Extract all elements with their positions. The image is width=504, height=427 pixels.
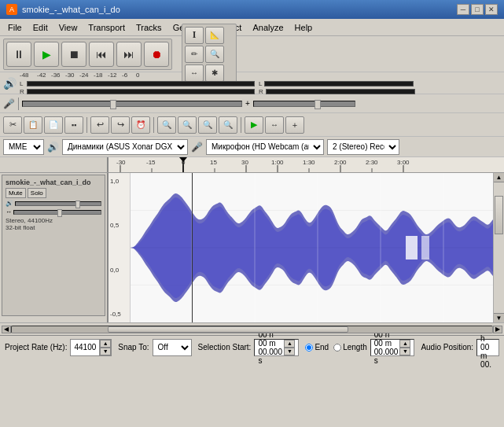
undo-button[interactable]: ↩ <box>90 116 109 134</box>
project-rate-input[interactable]: 44100 ▲ ▼ <box>70 339 112 356</box>
paste-button[interactable]: 📄 <box>44 116 63 134</box>
project-rate-spinner[interactable]: ▲ ▼ <box>99 340 111 355</box>
pause-button[interactable]: ⏸ <box>6 42 31 67</box>
redo-button[interactable]: ↪ <box>111 116 130 134</box>
waveform-container[interactable]: 1,0 0,5 0,0 -0,5 <box>109 173 504 322</box>
zoom-fit-button[interactable]: 🔍 <box>219 116 237 134</box>
v-scrollbar[interactable]: ▲ ▼ <box>493 173 504 322</box>
separator-edit3 <box>241 117 241 133</box>
r-meter-right <box>264 81 414 87</box>
channel-select[interactable]: 2 (Stereo) Record <box>327 139 399 155</box>
pan-slider[interactable] <box>13 210 101 215</box>
sel-start-down[interactable]: ▼ <box>284 348 295 355</box>
separator1 <box>18 98 19 110</box>
svg-text:1:00: 1:00 <box>271 159 284 166</box>
draw-silence-button[interactable]: + <box>285 116 304 134</box>
zoom-sel-button[interactable]: 🔍 <box>198 116 217 134</box>
svg-text:15: 15 <box>210 159 217 166</box>
snap-to-select[interactable]: Off <box>153 339 192 356</box>
zoom-out-button[interactable]: 🔍 <box>178 116 197 134</box>
fastforward-button[interactable]: ⏭ <box>116 42 142 67</box>
l-meter <box>27 81 255 87</box>
copy-button[interactable]: 📋 <box>24 116 42 134</box>
solo-button[interactable]: Solo <box>28 188 46 198</box>
draw-tool[interactable]: ✏ <box>185 46 204 63</box>
end-value[interactable]: 00 h 00 m 00.000 s ▲ ▼ <box>370 339 415 356</box>
record-device-select[interactable]: Микрофон (HD Webcam (audi <box>206 139 324 155</box>
scroll-left-button[interactable]: ◀ <box>2 326 11 333</box>
menu-transport[interactable]: Transport <box>83 21 130 34</box>
rewind-button[interactable]: ⏮ <box>89 42 114 67</box>
timeline-svg: -30 -15 0 15 30 1:00 1:30 2:00 2:30 3:00 <box>109 157 504 172</box>
minimize-button[interactable]: ─ <box>457 4 469 15</box>
stop-button[interactable]: ⏹ <box>61 42 86 67</box>
h-scroll-track[interactable] <box>11 326 493 333</box>
menu-help[interactable]: Help <box>290 21 318 34</box>
close-button[interactable]: ✕ <box>485 4 498 15</box>
end-up[interactable]: ▲ <box>399 340 410 348</box>
sel-start-up[interactable]: ▲ <box>284 340 295 348</box>
zoom-in-button[interactable]: 🔍 <box>157 116 176 134</box>
audio-position-label: Audio Position: <box>421 343 473 352</box>
status-bar: Project Rate (Hz): 44100 ▲ ▼ Snap To: Of… <box>0 335 504 359</box>
envelope-tool[interactable]: 📐 <box>205 27 224 44</box>
mic-icon: 🎤 <box>191 142 203 153</box>
cut-button[interactable]: ✂ <box>3 116 22 134</box>
zoom-tool[interactable]: 🔍 <box>205 46 224 63</box>
toolbar-edit: ✂ 📋 📄 ▪▪ ↩ ↪ ⏰ 🔍 🔍 🔍 🔍 ▶ ↔ + <box>0 113 504 137</box>
length-radio[interactable] <box>333 344 341 352</box>
track-pan: ↔ <box>6 208 101 215</box>
sync-button[interactable]: ⏰ <box>131 116 150 134</box>
menu-analyze[interactable]: Analyze <box>248 21 288 34</box>
end-radio[interactable] <box>305 344 313 352</box>
loop-button[interactable]: ↔ <box>265 116 284 134</box>
h-scroll-thumb[interactable] <box>108 326 348 333</box>
snap-to-label: Snap To: <box>118 343 149 352</box>
end-down[interactable]: ▼ <box>399 348 410 355</box>
menu-edit[interactable]: Edit <box>28 21 53 34</box>
output-volume-icon[interactable]: 🔊 <box>3 77 17 90</box>
svg-rect-27 <box>421 236 429 260</box>
h-scrollbar[interactable]: ◀ ▶ <box>0 322 504 335</box>
sel-start-spinner[interactable]: ▲ ▼ <box>284 340 295 355</box>
menu-view[interactable]: View <box>54 21 83 34</box>
scale-mid-low: -0,5 <box>110 311 128 318</box>
output-vu-meter: -48-42-36-30-24-18-12-60 L L R R <box>20 72 415 95</box>
playback-device-select[interactable]: Динамики (ASUS Xonar DGX A <box>62 139 188 155</box>
end-radio-item[interactable]: End <box>305 343 329 352</box>
selection-start-value[interactable]: 00 h 00 m 00.000 s ▲ ▼ <box>254 339 299 356</box>
end-spinner[interactable]: ▲ ▼ <box>399 340 410 355</box>
api-select[interactable]: MME <box>3 139 44 155</box>
play-sel-button[interactable]: ▶ <box>245 116 263 134</box>
rate-down-button[interactable]: ▼ <box>100 348 111 355</box>
transport-controls: ⏸ ▶ ⏹ ⏮ ⏭ ⏺ <box>3 39 172 70</box>
r2-label: R <box>259 88 263 95</box>
input-volume-icon[interactable]: 🎤 <box>3 98 15 109</box>
menu-file[interactable]: File <box>3 21 27 34</box>
length-radio-item[interactable]: Length <box>333 343 367 352</box>
timeline-ticks-area[interactable]: -30 -15 0 15 30 1:00 1:30 2:00 2:30 3:00 <box>109 157 504 172</box>
title-controls[interactable]: ─ □ ✕ <box>457 4 498 15</box>
track-buttons: Mute Solo <box>6 188 101 198</box>
gain-slider[interactable] <box>22 101 242 107</box>
mute-button[interactable]: Mute <box>6 188 26 198</box>
toolbar-transport: ⏸ ▶ ⏹ ⏮ ⏭ ⏺ I 📐 ✏ 🔍 ↔ ✱ <box>0 36 504 72</box>
input-gain-slider[interactable] <box>253 101 355 107</box>
svg-text:30: 30 <box>241 159 248 166</box>
selection-start-label: Selection Start: <box>198 343 252 352</box>
trim-button[interactable]: ▪▪ <box>64 116 83 134</box>
selection-start-text: 00 h 00 m 00.000 s <box>258 330 282 365</box>
project-rate-value: 44100 <box>71 343 99 352</box>
speaker-icon: 🔊 <box>47 142 59 153</box>
waveform-scale: 1,0 0,5 0,0 -0,5 <box>109 173 131 322</box>
svg-text:2:00: 2:00 <box>334 159 347 166</box>
menu-tracks[interactable]: Tracks <box>131 21 167 34</box>
maximize-button[interactable]: □ <box>471 4 484 15</box>
title-bar-left: A smokie_-_what_can_i_do <box>6 4 120 15</box>
project-rate-group: Project Rate (Hz): 44100 ▲ ▼ <box>5 339 112 356</box>
volume-slider[interactable] <box>15 201 101 206</box>
play-button[interactable]: ▶ <box>34 42 59 67</box>
rate-up-button[interactable]: ▲ <box>100 340 111 348</box>
record-button[interactable]: ⏺ <box>144 42 169 67</box>
selection-tool[interactable]: I <box>185 27 204 44</box>
